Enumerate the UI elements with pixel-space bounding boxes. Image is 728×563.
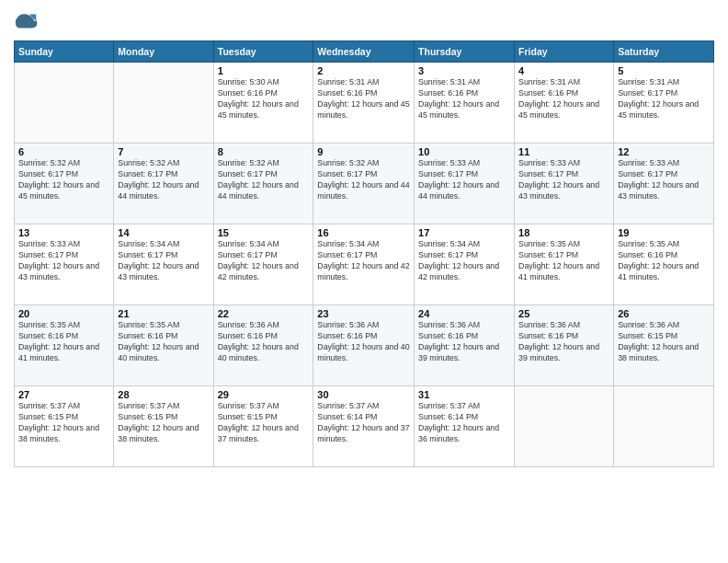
- calendar-cell: 25Sunrise: 5:36 AMSunset: 6:16 PMDayligh…: [515, 305, 614, 386]
- calendar-cell: 17Sunrise: 5:34 AMSunset: 6:17 PMDayligh…: [415, 224, 515, 305]
- calendar-cell: 31Sunrise: 5:37 AMSunset: 6:14 PMDayligh…: [415, 386, 515, 467]
- day-number: 21: [118, 308, 209, 319]
- calendar-cell: 9Sunrise: 5:32 AMSunset: 6:17 PMDaylight…: [313, 144, 415, 224]
- calendar-cell: 8Sunrise: 5:32 AMSunset: 6:17 PMDaylight…: [213, 144, 313, 224]
- day-info: Sunrise: 5:34 AMSunset: 6:17 PMDaylight:…: [317, 239, 410, 283]
- day-info: Sunrise: 5:34 AMSunset: 6:17 PMDaylight:…: [218, 239, 310, 283]
- day-number: 29: [218, 389, 310, 400]
- calendar-cell: 23Sunrise: 5:36 AMSunset: 6:16 PMDayligh…: [313, 305, 415, 386]
- day-info: Sunrise: 5:33 AMSunset: 6:17 PMDaylight:…: [18, 239, 109, 283]
- day-number: 1: [218, 65, 310, 76]
- weekday-header-wednesday: Wednesday: [313, 41, 415, 63]
- day-info: Sunrise: 5:36 AMSunset: 6:16 PMDaylight:…: [317, 320, 410, 364]
- day-number: 14: [118, 227, 209, 238]
- day-number: 13: [18, 227, 109, 238]
- calendar-cell: 19Sunrise: 5:35 AMSunset: 6:16 PMDayligh…: [614, 224, 714, 305]
- day-info: Sunrise: 5:32 AMSunset: 6:17 PMDaylight:…: [18, 158, 109, 202]
- calendar-cell: [114, 63, 213, 144]
- calendar-cell: 27Sunrise: 5:37 AMSunset: 6:15 PMDayligh…: [15, 386, 114, 467]
- calendar-cell: 7Sunrise: 5:32 AMSunset: 6:17 PMDaylight…: [114, 144, 213, 224]
- day-number: 20: [18, 308, 109, 319]
- calendar-cell: 14Sunrise: 5:34 AMSunset: 6:17 PMDayligh…: [114, 224, 213, 305]
- calendar-cell: 28Sunrise: 5:37 AMSunset: 6:15 PMDayligh…: [114, 386, 213, 467]
- day-number: 31: [418, 389, 510, 400]
- day-number: 22: [218, 308, 310, 319]
- calendar-cell: 3Sunrise: 5:31 AMSunset: 6:16 PMDaylight…: [415, 63, 515, 144]
- day-number: 6: [18, 146, 109, 157]
- weekday-header-friday: Friday: [515, 41, 614, 63]
- day-number: 26: [618, 308, 710, 319]
- day-info: Sunrise: 5:33 AMSunset: 6:17 PMDaylight:…: [418, 158, 510, 202]
- day-info: Sunrise: 5:36 AMSunset: 6:15 PMDaylight:…: [618, 320, 710, 364]
- calendar-cell: 1Sunrise: 5:30 AMSunset: 6:16 PMDaylight…: [213, 63, 313, 144]
- day-number: 17: [418, 227, 510, 238]
- day-info: Sunrise: 5:34 AMSunset: 6:17 PMDaylight:…: [418, 239, 510, 283]
- day-number: 7: [118, 146, 209, 157]
- day-info: Sunrise: 5:35 AMSunset: 6:16 PMDaylight:…: [118, 320, 209, 364]
- calendar-cell: 16Sunrise: 5:34 AMSunset: 6:17 PMDayligh…: [313, 224, 415, 305]
- calendar-cell: 29Sunrise: 5:37 AMSunset: 6:15 PMDayligh…: [213, 386, 313, 467]
- day-info: Sunrise: 5:33 AMSunset: 6:17 PMDaylight:…: [518, 158, 609, 202]
- calendar-cell: 13Sunrise: 5:33 AMSunset: 6:17 PMDayligh…: [15, 224, 114, 305]
- day-info: Sunrise: 5:32 AMSunset: 6:17 PMDaylight:…: [218, 158, 310, 202]
- calendar-table: SundayMondayTuesdayWednesdayThursdayFrid…: [14, 40, 714, 467]
- calendar-cell: 11Sunrise: 5:33 AMSunset: 6:17 PMDayligh…: [515, 144, 614, 224]
- calendar-cell: [614, 386, 714, 467]
- day-number: 24: [418, 308, 510, 319]
- day-number: 2: [317, 65, 410, 76]
- day-info: Sunrise: 5:35 AMSunset: 6:17 PMDaylight:…: [518, 239, 609, 283]
- calendar-cell: 10Sunrise: 5:33 AMSunset: 6:17 PMDayligh…: [415, 144, 515, 224]
- day-number: 15: [218, 227, 310, 238]
- day-info: Sunrise: 5:31 AMSunset: 6:16 PMDaylight:…: [317, 77, 410, 121]
- day-number: 16: [317, 227, 410, 238]
- day-number: 3: [418, 65, 510, 76]
- day-info: Sunrise: 5:31 AMSunset: 6:17 PMDaylight:…: [618, 77, 710, 121]
- day-info: Sunrise: 5:30 AMSunset: 6:16 PMDaylight:…: [218, 77, 310, 121]
- day-info: Sunrise: 5:37 AMSunset: 6:15 PMDaylight:…: [118, 401, 209, 445]
- calendar-cell: [515, 386, 614, 467]
- day-info: Sunrise: 5:37 AMSunset: 6:14 PMDaylight:…: [418, 401, 510, 445]
- day-info: Sunrise: 5:32 AMSunset: 6:17 PMDaylight:…: [118, 158, 209, 202]
- day-number: 10: [418, 146, 510, 157]
- day-info: Sunrise: 5:31 AMSunset: 6:16 PMDaylight:…: [518, 77, 609, 121]
- day-info: Sunrise: 5:37 AMSunset: 6:15 PMDaylight:…: [18, 401, 109, 445]
- calendar-cell: 21Sunrise: 5:35 AMSunset: 6:16 PMDayligh…: [114, 305, 213, 386]
- calendar-cell: 24Sunrise: 5:36 AMSunset: 6:16 PMDayligh…: [415, 305, 515, 386]
- day-number: 25: [518, 308, 609, 319]
- day-info: Sunrise: 5:37 AMSunset: 6:15 PMDaylight:…: [218, 401, 310, 445]
- day-number: 19: [618, 227, 710, 238]
- weekday-header-saturday: Saturday: [614, 41, 714, 63]
- calendar-cell: 18Sunrise: 5:35 AMSunset: 6:17 PMDayligh…: [515, 224, 614, 305]
- day-info: Sunrise: 5:32 AMSunset: 6:17 PMDaylight:…: [317, 158, 410, 202]
- day-info: Sunrise: 5:34 AMSunset: 6:17 PMDaylight:…: [118, 239, 209, 283]
- day-number: 9: [317, 146, 410, 157]
- weekday-header-monday: Monday: [114, 41, 213, 63]
- calendar-cell: [15, 63, 114, 144]
- calendar-cell: 5Sunrise: 5:31 AMSunset: 6:17 PMDaylight…: [614, 63, 714, 144]
- day-number: 28: [118, 389, 209, 400]
- day-number: 11: [518, 146, 609, 157]
- day-info: Sunrise: 5:36 AMSunset: 6:16 PMDaylight:…: [218, 320, 310, 364]
- day-number: 18: [518, 227, 609, 238]
- day-number: 23: [317, 308, 410, 319]
- logo: [14, 9, 43, 35]
- day-number: 4: [518, 65, 609, 76]
- calendar-cell: 22Sunrise: 5:36 AMSunset: 6:16 PMDayligh…: [213, 305, 313, 386]
- day-info: Sunrise: 5:36 AMSunset: 6:16 PMDaylight:…: [418, 320, 510, 364]
- weekday-header-thursday: Thursday: [415, 41, 515, 63]
- calendar-cell: 26Sunrise: 5:36 AMSunset: 6:15 PMDayligh…: [614, 305, 714, 386]
- day-number: 12: [618, 146, 710, 157]
- calendar-cell: 6Sunrise: 5:32 AMSunset: 6:17 PMDaylight…: [15, 144, 114, 224]
- calendar-cell: 20Sunrise: 5:35 AMSunset: 6:16 PMDayligh…: [15, 305, 114, 386]
- day-number: 30: [317, 389, 410, 400]
- day-number: 5: [618, 65, 710, 76]
- day-info: Sunrise: 5:35 AMSunset: 6:16 PMDaylight:…: [618, 239, 710, 283]
- calendar-cell: 2Sunrise: 5:31 AMSunset: 6:16 PMDaylight…: [313, 63, 415, 144]
- calendar-cell: 30Sunrise: 5:37 AMSunset: 6:14 PMDayligh…: [313, 386, 415, 467]
- weekday-header-sunday: Sunday: [15, 41, 114, 63]
- calendar-cell: 12Sunrise: 5:33 AMSunset: 6:17 PMDayligh…: [614, 144, 714, 224]
- day-info: Sunrise: 5:36 AMSunset: 6:16 PMDaylight:…: [518, 320, 609, 364]
- day-number: 27: [18, 389, 109, 400]
- day-info: Sunrise: 5:31 AMSunset: 6:16 PMDaylight:…: [418, 77, 510, 121]
- day-info: Sunrise: 5:35 AMSunset: 6:16 PMDaylight:…: [18, 320, 109, 364]
